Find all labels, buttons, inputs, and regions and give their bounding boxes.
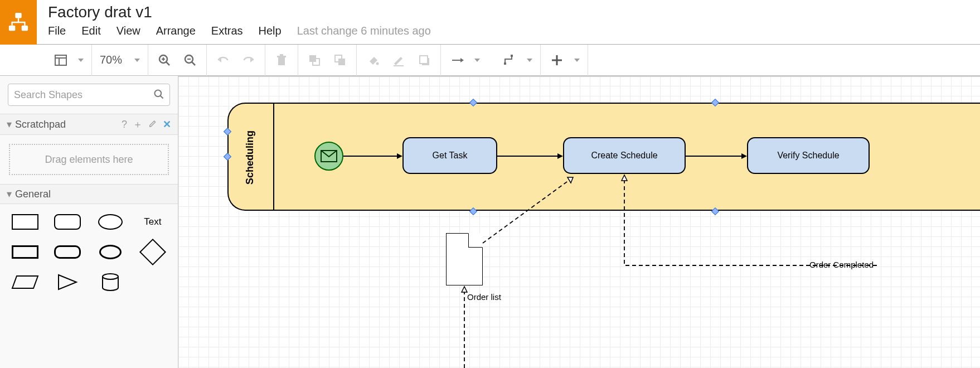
save-status: Last change 6 minutes ago (297, 25, 431, 37)
svg-marker-34 (59, 275, 76, 289)
main-body: ▾ Scratchpad ? ＋ ✕ Drag elements here ▾ … (0, 76, 980, 368)
app-logo[interactable] (0, 0, 37, 45)
message-flow-label: Order Completed (809, 260, 874, 269)
zoom-in-button[interactable] (156, 52, 173, 69)
shape-ellipse[interactable] (95, 212, 125, 232)
line-color-button[interactable] (390, 52, 407, 69)
start-message-event[interactable] (314, 142, 343, 171)
svg-rect-0 (15, 13, 21, 18)
svg-rect-28 (511, 55, 513, 57)
scratchpad-close-button[interactable]: ✕ (163, 118, 171, 130)
to-front-button[interactable] (306, 52, 323, 69)
shape-parallelogram[interactable] (10, 272, 40, 292)
menu-extras[interactable]: Extras (211, 25, 243, 37)
shape-rectangle-thick[interactable] (10, 242, 40, 262)
scratchpad-add-button[interactable]: ＋ (133, 118, 143, 131)
envelope-icon (321, 150, 337, 162)
document-title[interactable]: Factory drat v1 (48, 3, 431, 21)
svg-rect-2 (22, 26, 28, 31)
menu-arrange[interactable]: Arrange (156, 25, 196, 37)
scratchpad-help-button[interactable]: ? (122, 119, 127, 130)
collapse-icon: ▾ (7, 118, 12, 130)
collapse-icon: ▾ (7, 188, 12, 200)
svg-point-22 (376, 62, 379, 65)
svg-line-7 (166, 62, 169, 65)
delete-button[interactable] (273, 52, 290, 69)
shape-rounded-rect[interactable] (52, 212, 83, 232)
svg-rect-17 (280, 54, 283, 56)
svg-rect-27 (504, 62, 506, 65)
zoom-dropdown-icon[interactable] (134, 59, 140, 62)
menu-view[interactable]: View (117, 25, 140, 37)
svg-point-31 (155, 90, 162, 97)
layout-dropdown-icon[interactable] (78, 59, 84, 62)
logo-icon (8, 12, 29, 33)
general-title: General (15, 188, 51, 200)
artifact-order-list[interactable] (446, 233, 483, 285)
shape-rounded-rect-thick[interactable] (52, 242, 83, 262)
svg-rect-1 (9, 26, 15, 31)
task-verify-schedule[interactable]: Verify Schedule (747, 137, 870, 174)
zoom-out-button[interactable] (182, 52, 198, 69)
scratchpad-header[interactable]: ▾ Scratchpad ? ＋ ✕ (0, 114, 178, 135)
svg-point-35 (103, 274, 118, 279)
insert-button[interactable] (549, 52, 565, 69)
shape-ellipse-thick[interactable] (95, 242, 125, 262)
connection-dropdown-icon[interactable] (474, 59, 480, 62)
svg-rect-24 (420, 56, 428, 64)
connection-button[interactable] (449, 52, 465, 69)
canvas[interactable]: Scheduling Get Task Create Schedule Veri… (178, 76, 980, 368)
task-get-task[interactable]: Get Task (402, 137, 497, 174)
svg-rect-23 (394, 65, 404, 66)
shape-cylinder[interactable] (95, 272, 125, 292)
waypoint-button[interactable] (501, 52, 518, 69)
task-create-schedule[interactable]: Create Schedule (563, 137, 686, 174)
undo-button[interactable] (215, 52, 231, 69)
shape-text[interactable]: Text (138, 212, 168, 232)
header-bar: Factory drat v1 File Edit View Arrange E… (0, 0, 980, 45)
shape-diamond[interactable] (138, 242, 168, 262)
shape-rectangle[interactable] (10, 212, 40, 232)
to-back-button[interactable] (332, 52, 348, 69)
menu-help[interactable]: Help (259, 25, 282, 37)
menu-edit[interactable]: Edit (81, 25, 100, 37)
svg-rect-15 (278, 57, 285, 65)
scratchpad-title: Scratchpad (15, 119, 66, 130)
search-input[interactable] (8, 84, 170, 106)
pencil-icon (148, 119, 157, 128)
insert-dropdown-icon[interactable] (574, 59, 580, 62)
shape-palette: Text (0, 204, 178, 300)
svg-line-32 (161, 96, 163, 99)
menu-bar: File Edit View Arrange Extras Help Last … (48, 25, 431, 37)
waypoint-dropdown-icon[interactable] (527, 59, 532, 62)
layout-panels-button[interactable] (52, 52, 69, 69)
lane-label[interactable]: Scheduling (244, 130, 256, 185)
lane-divider (273, 104, 274, 210)
fill-color-button[interactable] (365, 52, 381, 69)
svg-rect-16 (277, 56, 286, 57)
shadow-button[interactable] (416, 52, 433, 69)
artifact-label: Order list (467, 292, 501, 302)
search-shapes (8, 84, 170, 106)
zoom-level[interactable]: 70% (100, 54, 122, 66)
redo-button[interactable] (240, 52, 257, 69)
svg-marker-26 (460, 58, 464, 62)
shape-triangle[interactable] (52, 272, 83, 292)
scratchpad-edit-button[interactable] (148, 119, 157, 130)
scratchpad-dropzone[interactable]: Drag elements here (9, 144, 169, 175)
svg-line-11 (192, 62, 195, 65)
toolbar: 70% (0, 45, 980, 76)
shapes-sidebar: ▾ Scratchpad ? ＋ ✕ Drag elements here ▾ … (0, 76, 178, 368)
search-icon[interactable] (153, 89, 164, 102)
general-header[interactable]: ▾ General (0, 184, 178, 204)
svg-marker-33 (12, 276, 38, 288)
svg-rect-3 (55, 55, 66, 65)
menu-file[interactable]: File (48, 25, 66, 37)
